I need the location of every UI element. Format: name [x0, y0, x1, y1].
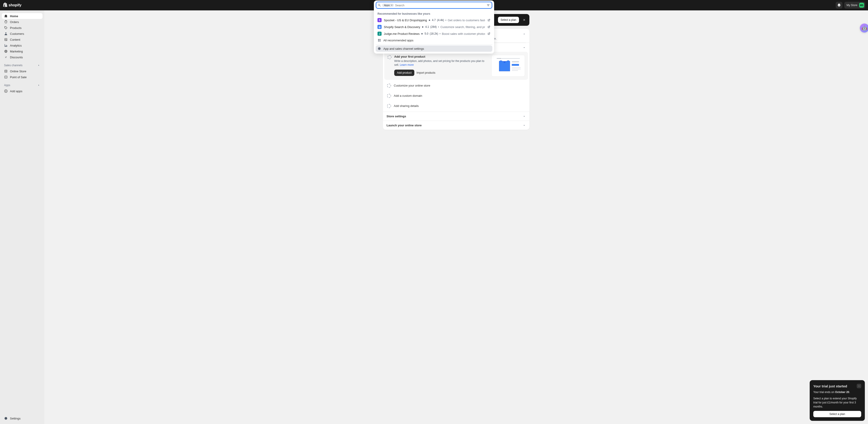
svg-point-10: [500, 58, 501, 59]
app-desc: Get orders to customers faster with sup…: [448, 19, 485, 22]
divider: [376, 44, 492, 44]
svg-rect-12: [512, 64, 519, 66]
external-link-icon: [487, 32, 491, 35]
nav-label: Orders: [10, 20, 19, 24]
gear-icon: [377, 47, 381, 51]
section-launch-store[interactable]: Launch your online store: [383, 121, 529, 130]
svg-point-2: [5, 57, 6, 57]
pos-icon: [4, 75, 8, 79]
chevron-right-icon: [37, 64, 40, 67]
task-custom-domain[interactable]: Add a custom domain: [384, 91, 528, 100]
nav-customers[interactable]: Customers: [2, 31, 42, 37]
task-title: Customize your online store: [394, 84, 430, 87]
nav-point-of-sale[interactable]: Point of Sale: [2, 74, 42, 80]
nav-label: Marketing: [10, 50, 23, 53]
task-title: Add your first product: [394, 55, 489, 58]
chip-remove-icon[interactable]: [391, 4, 393, 6]
task-description: Write a description, add photos, and set…: [394, 59, 489, 67]
external-link-icon: [487, 25, 491, 28]
nav-label: Analytics: [10, 44, 22, 47]
chip-label: Apps: [384, 4, 390, 6]
filter-button[interactable]: [486, 3, 490, 7]
app-settings-item[interactable]: App and sales channel settings: [376, 46, 492, 52]
star-icon: ★: [421, 32, 423, 35]
store-icon: [4, 69, 8, 73]
svg-rect-15: [512, 70, 518, 71]
content-icon: [4, 38, 8, 41]
discounts-icon: [4, 55, 8, 59]
search-input[interactable]: [395, 4, 485, 7]
nav-orders[interactable]: Orders: [2, 19, 42, 25]
nav-discounts[interactable]: Discounts: [2, 54, 42, 60]
app-icon: S: [377, 18, 381, 22]
marketing-icon: [4, 50, 8, 53]
app-desc: Boost sales with customer photos, videos…: [442, 32, 485, 35]
assistant-button[interactable]: 🤖: [860, 24, 868, 33]
nav-settings[interactable]: Settings: [2, 416, 42, 421]
task-illustration: [491, 55, 525, 77]
external-link-icon: [487, 19, 491, 22]
nav-content[interactable]: Content: [2, 37, 42, 42]
select-plan-button[interactable]: Select a plan: [498, 17, 519, 23]
task-checkbox[interactable]: [387, 94, 391, 98]
nav-label: Settings: [10, 417, 21, 420]
task-add-product[interactable]: Add your first product Write a descripti…: [384, 52, 528, 80]
chevron-right-icon: [37, 84, 40, 87]
plus-circle-icon: [4, 89, 8, 93]
store-name: My Store: [846, 4, 857, 7]
task-customize-store[interactable]: Customize your online store: [384, 81, 528, 90]
app-name: Judge.me Product Reviews: [384, 32, 420, 35]
nav-analytics[interactable]: Analytics: [2, 42, 42, 49]
nav-marketing[interactable]: Marketing: [2, 49, 42, 54]
app-result-search-discovery[interactable]: ◎ Shopify Search & Discovery ★ 4.1 (284)…: [376, 24, 492, 30]
svg-rect-13: [512, 67, 521, 68]
task-checkbox[interactable]: [387, 84, 391, 88]
nav-products[interactable]: Products: [2, 25, 42, 31]
nav-home[interactable]: Home: [2, 13, 42, 19]
add-product-button[interactable]: Add product: [394, 70, 414, 76]
app-desc: Customize search, filtering, and product…: [440, 25, 485, 29]
products-icon: [4, 26, 8, 30]
app-result-judgeme[interactable]: J Judge.me Product Reviews ★ 5.0 (18.2k)…: [376, 30, 492, 37]
app-icon: ◎: [377, 25, 381, 29]
customers-icon: [4, 32, 8, 35]
popup-collapse-button[interactable]: [857, 384, 861, 388]
svg-point-8: [498, 58, 498, 59]
svg-point-5: [5, 77, 6, 77]
nav-label: Online Store: [10, 70, 26, 73]
all-recommended-apps[interactable]: All recommended apps: [376, 37, 492, 43]
search-dropdown: Recommended for businesses like yours S …: [374, 0, 494, 54]
learn-more-link[interactable]: Learn more: [400, 63, 414, 66]
banner-close-button[interactable]: [522, 18, 527, 22]
store-menu-button[interactable]: My Store MS: [844, 2, 865, 8]
search-box[interactable]: Apps: [376, 2, 492, 8]
nav-label: Content: [10, 38, 20, 41]
search-filter-chip[interactable]: Apps: [382, 4, 394, 7]
popup-select-plan-button[interactable]: Select a plan: [813, 411, 861, 417]
app-rating: 5.0: [425, 32, 428, 35]
nav-online-store[interactable]: Online Store: [2, 68, 42, 74]
app-icon: J: [377, 32, 381, 36]
bell-icon: [837, 3, 841, 7]
notifications-button[interactable]: [836, 2, 842, 8]
section-title: Store settings: [386, 115, 406, 118]
app-count: (4.4k): [437, 19, 444, 22]
svg-point-3: [6, 58, 7, 58]
section-store-settings[interactable]: Store settings: [383, 112, 529, 121]
section-label: Apps: [4, 84, 10, 87]
logo-text: shopify: [8, 3, 22, 7]
task-checkbox[interactable]: [387, 104, 391, 108]
store-avatar: MS: [859, 3, 864, 8]
grid-icon: [377, 38, 381, 42]
import-products-button[interactable]: Import products: [416, 71, 435, 74]
app-result-spocket[interactable]: S Spocket - US & EU Dropshipping ★ 4.7 (…: [376, 17, 492, 24]
task-sharing-details[interactable]: Add sharing details: [384, 101, 528, 110]
nav-section-sales-channels[interactable]: Sales channels: [2, 62, 42, 68]
shopify-logo[interactable]: shopify: [3, 2, 22, 8]
task-checkbox[interactable]: [388, 55, 392, 59]
nav-add-apps[interactable]: Add apps: [2, 88, 42, 94]
nav-section-apps[interactable]: Apps: [2, 82, 42, 88]
orders-icon: [4, 20, 8, 24]
app-name: Shopify Search & Discovery: [384, 25, 420, 29]
section-label: Sales channels: [4, 64, 22, 67]
